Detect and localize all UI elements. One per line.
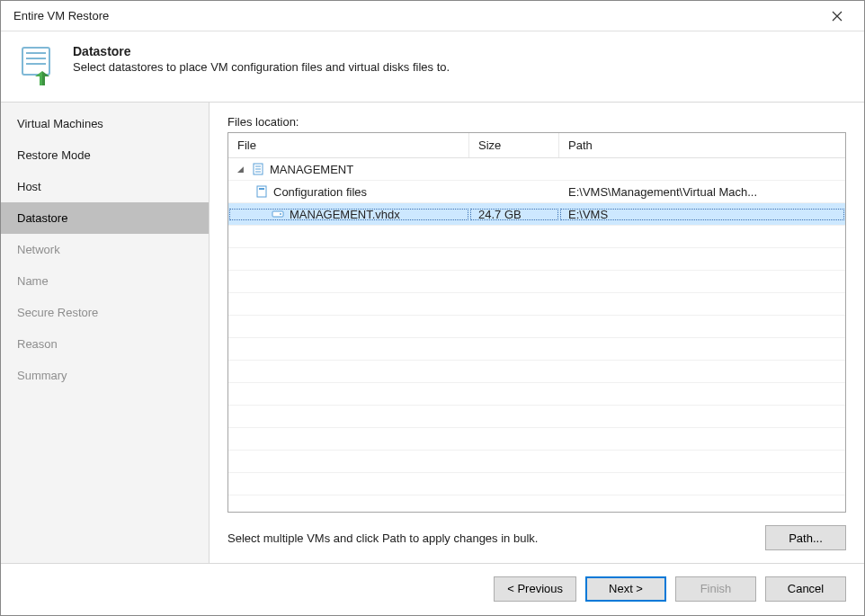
sidebar-item-restore-mode[interactable]: Restore Mode	[1, 139, 209, 171]
tree-collapse-icon[interactable]: ◢	[237, 165, 246, 174]
table-row[interactable]: MANAGEMENT.vhdx 24.7 GB E:\VMS	[228, 203, 845, 226]
hint-row: Select multiple VMs and click Path to ap…	[227, 513, 846, 550]
sidebar-item-reason: Reason	[1, 328, 209, 360]
sidebar-item-label: Summary	[17, 369, 67, 382]
svg-rect-9	[259, 188, 264, 190]
table-row[interactable]: Configuration files E:\VMS\Management\Vi…	[228, 181, 845, 203]
sidebar-item-label: Restore Mode	[17, 148, 91, 162]
svg-rect-10	[272, 211, 283, 217]
finish-button: Finish	[675, 576, 756, 602]
sidebar-item-summary: Summary	[1, 360, 209, 391]
hint-text: Select multiple VMs and click Path to ap…	[227, 531, 538, 545]
sidebar-item-label: Name	[17, 274, 49, 288]
header-title: Datastore	[73, 44, 450, 58]
files-location-label: Files location:	[227, 115, 846, 129]
sidebar-item-virtual-machines[interactable]: Virtual Machines	[1, 108, 209, 139]
cell-size: 24.7 GB	[469, 208, 559, 221]
config-file-icon	[255, 185, 268, 198]
sidebar-item-network: Network	[1, 234, 209, 265]
cell-file: MANAGEMENT.vhdx	[290, 208, 400, 221]
sidebar-item-label: Datastore	[17, 211, 67, 225]
wizard-header: Datastore Select datastores to place VM …	[1, 31, 864, 102]
sidebar-item-datastore[interactable]: Datastore	[1, 202, 209, 234]
sidebar-item-name: Name	[1, 265, 209, 297]
svg-rect-8	[257, 186, 266, 197]
close-icon	[832, 11, 843, 22]
wizard-footer: < Previous Next > Finish Cancel	[1, 563, 864, 613]
disk-file-icon	[272, 208, 284, 220]
cell-file: Configuration files	[273, 185, 367, 199]
svg-point-11	[280, 213, 281, 215]
files-grid[interactable]: File Size Path ◢ MANAGEMENT	[227, 132, 846, 513]
svg-rect-0	[22, 48, 49, 75]
grid-empty-area	[228, 226, 845, 512]
grid-header: File Size Path	[228, 133, 845, 158]
column-header-size[interactable]: Size	[469, 133, 559, 157]
column-header-file[interactable]: File	[228, 133, 469, 157]
grid-rows: ◢ MANAGEMENT Configuration file	[228, 158, 845, 512]
cell-file: MANAGEMENT	[270, 163, 353, 176]
table-row[interactable]: ◢ MANAGEMENT	[228, 158, 845, 181]
close-button[interactable]	[819, 3, 855, 30]
sidebar-item-label: Host	[17, 180, 41, 193]
sidebar-item-label: Network	[17, 243, 60, 256]
wizard-steps-sidebar: Virtual Machines Restore Mode Host Datas…	[1, 103, 210, 563]
cell-path: E:\VMS\Management\Virtual Mach...	[559, 185, 845, 199]
header-description: Select datastores to place VM configurat…	[73, 60, 450, 74]
wizard-body: Virtual Machines Restore Mode Host Datas…	[1, 102, 864, 563]
vm-icon	[252, 163, 264, 175]
cancel-button[interactable]: Cancel	[765, 576, 846, 602]
window-title: Entire VM Restore	[13, 9, 819, 22]
next-button[interactable]: Next >	[585, 576, 666, 602]
sidebar-item-label: Virtual Machines	[17, 117, 103, 130]
cell-path: E:\VMS	[559, 208, 845, 221]
titlebar: Entire VM Restore	[1, 1, 864, 31]
column-header-path[interactable]: Path	[559, 133, 845, 157]
sidebar-item-label: Reason	[17, 337, 58, 351]
header-text: Datastore Select datastores to place VM …	[73, 44, 450, 74]
sidebar-item-host[interactable]: Host	[1, 171, 209, 202]
sidebar-item-label: Secure Restore	[17, 306, 98, 319]
datastore-icon	[17, 44, 60, 87]
sidebar-item-secure-restore: Secure Restore	[1, 297, 209, 328]
path-button[interactable]: Path...	[765, 525, 846, 550]
main-panel: Files location: File Size Path ◢ MANAGEM…	[210, 103, 864, 563]
previous-button[interactable]: < Previous	[494, 576, 576, 602]
